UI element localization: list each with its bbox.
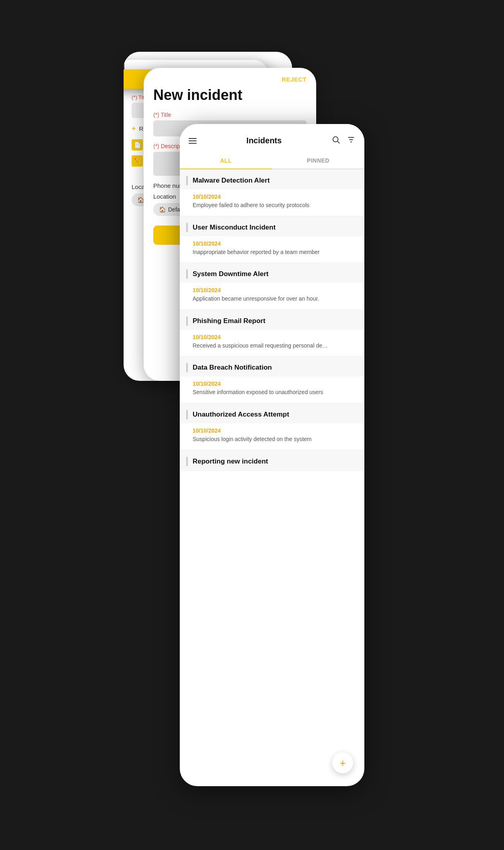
incident-detail-row: 10/10/2024Suspicious login activity dete… [180,423,364,450]
incident-date: 10/10/2024 [193,287,358,293]
header-icons [331,135,356,146]
incident-bar [186,316,188,326]
mid-title-label: (*) Title [153,112,307,118]
incident-description: Suspicious login activity detected on th… [193,435,358,443]
svg-point-0 [333,137,338,142]
reject-button[interactable]: REJECT [282,76,307,83]
incidents-title: Incidents [246,136,282,145]
incident-item[interactable]: Unauthorized Access Attempt10/10/2024Sus… [180,403,364,450]
mid-home-icon: 🏠 [159,206,166,213]
incident-bar [186,410,188,419]
menu-icon[interactable] [189,138,197,144]
fab-plus-icon: + [339,757,345,769]
incident-title-text: Data Breach Notification [193,364,272,372]
add-row-label: R [139,125,144,132]
incident-title-row: Malware Detection Alert [180,169,364,189]
incident-description: Sensitive information exposed to unautho… [193,388,358,397]
incident-detail-row: 10/10/2024Inappropriate behavior reporte… [180,236,364,263]
incident-item[interactable]: Data Breach Notification10/10/2024Sensit… [180,356,364,403]
incident-title-text: Reporting new incident [193,458,268,466]
plus-icon: + [132,124,136,133]
home-icon: 🏠 [137,197,144,203]
incident-title-row: Unauthorized Access Attempt [180,403,364,423]
incident-date: 10/10/2024 [193,334,358,340]
fab-add-button[interactable]: + [332,752,353,773]
edit-icon: ✏️ [132,155,143,167]
incident-item[interactable]: Malware Detection Alert10/10/2024Employe… [180,169,364,216]
incident-title-row: User Misconduct Incident [180,216,364,236]
tab-pinned[interactable]: PINNED [272,153,364,169]
tab-all[interactable]: ALL [180,153,272,169]
incident-item[interactable]: System Downtime Alert10/10/2024Applicati… [180,263,364,310]
incident-bar [186,176,188,185]
incidents-header: Incidents [180,124,364,153]
incident-item[interactable]: Phishing Email Report10/10/2024Received … [180,310,364,357]
incident-description: Employee failed to adhere to security pr… [193,201,358,209]
incident-description: Received a suspicious email requesting p… [193,342,358,350]
incident-title-row: Reporting new incident [180,450,364,470]
incident-title-text: System Downtime Alert [193,270,268,278]
incident-bar [186,363,188,372]
filter-icon [347,135,356,144]
incident-title-row: Data Breach Notification [180,356,364,376]
filter-button[interactable] [347,135,356,146]
search-icon [331,135,340,144]
incident-item[interactable]: User Misconduct Incident10/10/2024Inappr… [180,216,364,263]
incident-description: Inappropriate behavior reported by a tea… [193,248,358,256]
incidents-list: Malware Detection Alert10/10/2024Employe… [180,169,364,471]
doc-icon: 📄 [132,139,143,150]
svg-line-1 [337,141,339,143]
incident-bar [186,269,188,279]
scene: Wha (*) Title + R 📄 V ✏️ M Location 🏠 De… [148,44,356,806]
front-phone: Incidents ALL PINN [180,124,364,786]
incident-detail-row: 10/10/2024Received a suspicious email re… [180,330,364,356]
incident-detail-row: 10/10/2024Application became unresponsiv… [180,283,364,309]
search-button[interactable] [331,135,340,146]
incident-detail-row: 10/10/2024Employee failed to adhere to s… [180,189,364,216]
new-incident-title: New incident [144,83,316,112]
incident-title-row: System Downtime Alert [180,263,364,283]
incident-date: 10/10/2024 [193,240,358,247]
incident-bar [186,457,188,466]
incident-description: Application became unresponsive for over… [193,295,358,303]
incident-title-text: Malware Detection Alert [193,177,270,185]
incident-bar [186,223,188,232]
incident-date: 10/10/2024 [193,427,358,434]
incident-title-text: User Misconduct Incident [193,224,276,232]
incident-title-text: Phishing Email Report [193,317,265,325]
reject-header: REJECT [144,68,316,83]
incident-title-text: Unauthorized Access Attempt [193,411,289,419]
incident-date: 10/10/2024 [193,380,358,387]
incident-detail-row: 10/10/2024Sensitive information exposed … [180,376,364,403]
incident-item[interactable]: Reporting new incident [180,450,364,471]
incident-date: 10/10/2024 [193,193,358,200]
tabs-row: ALL PINNED [180,153,364,169]
incident-title-row: Phishing Email Report [180,310,364,330]
